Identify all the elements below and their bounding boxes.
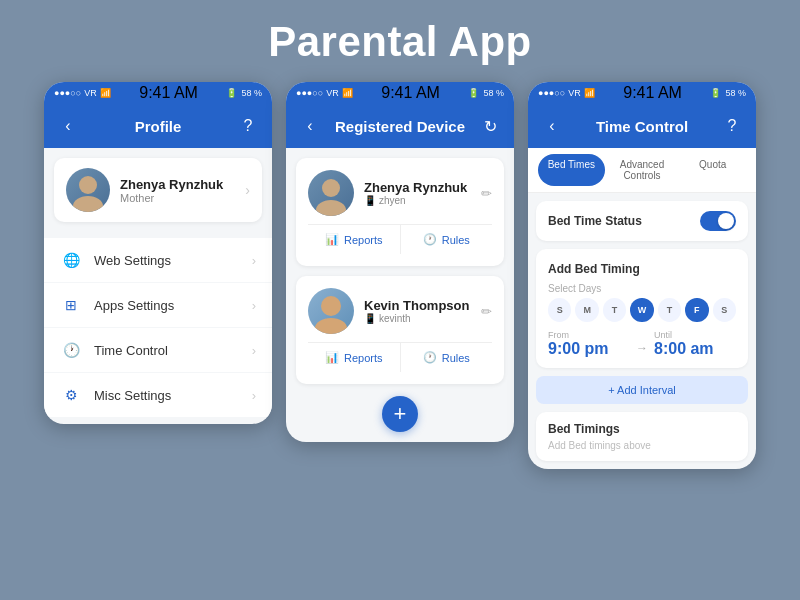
- phone-profile: ●●●○○ VR 📶 9:41 AM 🔋 58 % ‹ Profile ? Zh…: [44, 82, 272, 424]
- menu-label-apps: Apps Settings: [94, 298, 174, 313]
- phone-registered-device: ●●●○○ VR 📶 9:41 AM 🔋 58 % ‹ Registered D…: [286, 82, 514, 442]
- menu-item-left-time: 🕐 Time Control: [60, 339, 168, 361]
- day-btn-fri[interactable]: F: [685, 298, 708, 322]
- wifi-icon-2: 📶: [342, 88, 353, 98]
- nav-title-3: Time Control: [562, 118, 722, 135]
- avatar-zhenya: [66, 168, 110, 212]
- rules-clock-icon-kevin: 🕐: [423, 351, 437, 364]
- carrier-1: VR: [84, 88, 97, 98]
- back-icon-1[interactable]: ‹: [58, 117, 78, 135]
- day-btn-thu[interactable]: T: [658, 298, 681, 322]
- menu-item-left-apps: ⊞ Apps Settings: [60, 294, 174, 316]
- device-card-zhenya: Zhenya Rynzhuk 📱 zhyen ✏ 📊 Reports 🕐: [296, 158, 504, 266]
- device-handle-kevin: 📱 kevinth: [364, 313, 469, 324]
- reports-btn-kevin[interactable]: 📊 Reports: [308, 343, 401, 372]
- menu-item-time-control[interactable]: 🕐 Time Control ›: [44, 328, 272, 372]
- add-device-fab[interactable]: +: [382, 396, 418, 432]
- menu-item-misc-settings[interactable]: ⚙ Misc Settings ›: [44, 373, 272, 417]
- rules-btn-kevin[interactable]: 🕐 Rules: [401, 343, 493, 372]
- status-bar-1: ●●●○○ VR 📶 9:41 AM 🔋 58 %: [44, 82, 272, 104]
- menu-label-misc: Misc Settings: [94, 388, 171, 403]
- web-icon: 🌐: [60, 249, 82, 271]
- add-interval-button[interactable]: + Add Interval: [536, 376, 748, 404]
- tab-advanced-controls[interactable]: Advanced Controls: [609, 154, 676, 186]
- status-bar-left-3: ●●●○○ VR 📶: [538, 88, 595, 98]
- nav-title-2: Registered Device: [320, 118, 480, 135]
- device-card-header-kevin: Kevin Thompson 📱 kevinth ✏: [308, 288, 492, 334]
- device-card-user-zhenya: Zhenya Rynzhuk 📱 zhyen: [308, 170, 467, 216]
- refresh-icon[interactable]: ↻: [480, 117, 500, 136]
- select-days-label: Select Days: [548, 283, 736, 294]
- bed-time-status-label: Bed Time Status: [548, 214, 642, 228]
- profile-info: Zhenya Rynzhuk Mother: [120, 177, 223, 204]
- menu-item-left: 🌐 Web Settings: [60, 249, 171, 271]
- device-card-kevin: Kevin Thompson 📱 kevinth ✏ 📊 Reports 🕐: [296, 276, 504, 384]
- day-btn-mon[interactable]: M: [575, 298, 598, 322]
- avatar-zhenya2: [308, 170, 354, 216]
- until-label: Until: [654, 330, 736, 340]
- until-value[interactable]: 8:00 am: [654, 340, 736, 358]
- day-btn-sat[interactable]: S: [713, 298, 736, 322]
- signal-dots-1: ●●●○○: [54, 88, 81, 98]
- edit-icon-kevin[interactable]: ✏: [481, 304, 492, 319]
- bed-time-toggle[interactable]: [700, 211, 736, 231]
- help-icon-3[interactable]: ?: [722, 117, 742, 135]
- carrier-3: VR: [568, 88, 581, 98]
- day-btn-sun[interactable]: S: [548, 298, 571, 322]
- device-user-info-zhenya: Zhenya Rynzhuk 📱 zhyen: [364, 180, 467, 206]
- time-icon: 🕐: [60, 339, 82, 361]
- menu-item-apps-settings[interactable]: ⊞ Apps Settings ›: [44, 283, 272, 327]
- phones-container: ●●●○○ VR 📶 9:41 AM 🔋 58 % ‹ Profile ? Zh…: [44, 82, 756, 469]
- time-2: 9:41 AM: [381, 84, 440, 102]
- rules-btn-zhenya[interactable]: 🕐 Rules: [401, 225, 493, 254]
- profile-name: Zhenya Rynzhuk: [120, 177, 223, 192]
- time-range: From 9:00 pm → Until 8:00 am: [548, 330, 736, 358]
- day-btn-wed[interactable]: W: [630, 298, 653, 322]
- battery-pct-3: 58 %: [725, 88, 746, 98]
- tab-bar: Bed Times Advanced Controls Quota: [528, 148, 756, 193]
- from-label: From: [548, 330, 630, 340]
- back-icon-2[interactable]: ‹: [300, 117, 320, 135]
- nav-bar-2: ‹ Registered Device ↻: [286, 104, 514, 148]
- bed-timings-label: Bed Timings: [548, 422, 736, 436]
- reports-label-zhenya: Reports: [344, 234, 383, 246]
- device-card-user-kevin: Kevin Thompson 📱 kevinth: [308, 288, 469, 334]
- nav-bar-3: ‹ Time Control ?: [528, 104, 756, 148]
- bed-time-status-row: Bed Time Status: [548, 211, 736, 231]
- rules-label-zhenya: Rules: [442, 234, 470, 246]
- menu-label-time: Time Control: [94, 343, 168, 358]
- tab-quota[interactable]: Quota: [679, 154, 746, 186]
- page-title: Parental App: [268, 18, 532, 66]
- status-bar-left-1: ●●●○○ VR 📶: [54, 88, 111, 98]
- battery-pct-2: 58 %: [483, 88, 504, 98]
- until-time-block: Until 8:00 am: [654, 330, 736, 358]
- time-3: 9:41 AM: [623, 84, 682, 102]
- chevron-right-icon: ›: [245, 182, 250, 198]
- edit-icon-zhenya[interactable]: ✏: [481, 186, 492, 201]
- nav-title-1: Profile: [78, 118, 238, 135]
- wifi-icon-1: 📶: [100, 88, 111, 98]
- reports-label-kevin: Reports: [344, 352, 383, 364]
- profile-role: Mother: [120, 192, 223, 204]
- reports-chart-icon-zhenya: 📊: [325, 233, 339, 246]
- tab-bed-times[interactable]: Bed Times: [538, 154, 605, 186]
- avatar-kevin: [308, 288, 354, 334]
- reports-btn-zhenya[interactable]: 📊 Reports: [308, 225, 401, 254]
- wifi-icon-3: 📶: [584, 88, 595, 98]
- toggle-knob: [718, 213, 734, 229]
- phone-time-control: ●●●○○ VR 📶 9:41 AM 🔋 58 % ‹ Time Control…: [528, 82, 756, 469]
- menu-item-web-settings[interactable]: 🌐 Web Settings ›: [44, 238, 272, 282]
- chevron-apps-icon: ›: [252, 298, 256, 313]
- signal-3: ●●●○○: [538, 88, 565, 98]
- rules-clock-icon-zhenya: 🕐: [423, 233, 437, 246]
- reports-rules-zhenya: 📊 Reports 🕐 Rules: [308, 224, 492, 254]
- from-value[interactable]: 9:00 pm: [548, 340, 630, 358]
- select-days: S M T W T F S: [548, 298, 736, 322]
- day-btn-tue[interactable]: T: [603, 298, 626, 322]
- status-bar-left-2: ●●●○○ VR 📶: [296, 88, 353, 98]
- back-icon-3[interactable]: ‹: [542, 117, 562, 135]
- profile-card[interactable]: Zhenya Rynzhuk Mother ›: [54, 158, 262, 222]
- device-handle-text-kevin: kevinth: [379, 313, 411, 324]
- help-icon-1[interactable]: ?: [238, 117, 258, 135]
- battery-pct-1: 58 %: [241, 88, 262, 98]
